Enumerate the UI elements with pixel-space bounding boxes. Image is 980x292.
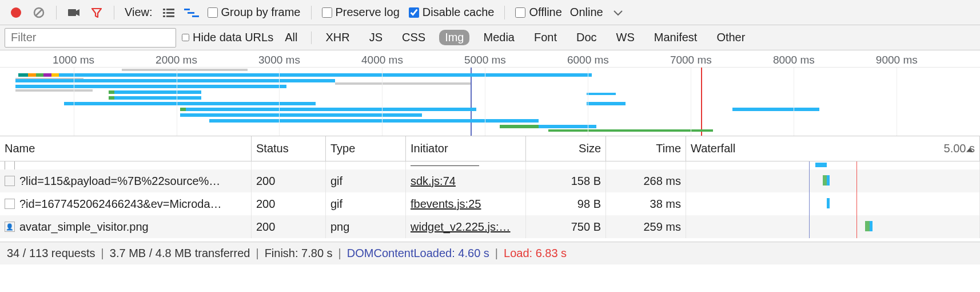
- filter-media[interactable]: Media: [477, 30, 520, 45]
- filter-img[interactable]: Img: [439, 30, 469, 45]
- separator: [56, 6, 57, 19]
- hide-data-urls-input[interactable]: [182, 34, 189, 41]
- record-button[interactable]: [8, 5, 24, 21]
- request-name: ?id=1677452062466243&ev=Microda…: [19, 198, 222, 211]
- svg-point-0: [11, 7, 21, 18]
- filter-toolbar: Hide data URLs All XHR JS CSS Img Media …: [0, 25, 980, 50]
- request-initiator[interactable]: fbevents.js:25: [411, 198, 481, 211]
- col-initiator[interactable]: Initiator: [406, 136, 526, 161]
- filter-other[interactable]: Other: [711, 30, 751, 45]
- filter-input[interactable]: [5, 28, 176, 48]
- filter-xhr[interactable]: XHR: [320, 30, 355, 45]
- request-type: gif: [326, 192, 406, 215]
- request-initiator[interactable]: sdk.js:74: [411, 175, 456, 188]
- col-name[interactable]: Name: [0, 136, 252, 161]
- table-row[interactable]: ?id=1677452062466243&ev=Microda… 200 gif…: [0, 192, 980, 215]
- svg-rect-8: [163, 15, 165, 17]
- col-status[interactable]: Status: [252, 136, 326, 161]
- overview-ticks: 1000 ms2000 ms3000 ms4000 ms5000 ms6000 …: [0, 50, 980, 68]
- overview-tick-label: 4000 ms: [361, 54, 403, 66]
- status-load: Load: 6.83 s: [504, 247, 567, 260]
- offline-input[interactable]: [515, 7, 525, 18]
- status-transferred: 3.7 MB / 4.8 MB transferred: [110, 247, 250, 260]
- network-table-header: Name Status Type Initiator Size Time Wat…: [0, 136, 980, 161]
- col-waterfall-label: Waterfall: [691, 142, 735, 155]
- request-status: 200: [252, 215, 326, 238]
- preserve-log-label: Preserve log: [336, 6, 400, 19]
- large-rows-icon[interactable]: [161, 5, 177, 21]
- file-icon: [5, 161, 15, 169]
- request-initiator[interactable]: widget_v2.225.js:…: [411, 220, 511, 234]
- overview-timeline[interactable]: 1000 ms2000 ms3000 ms4000 ms5000 ms6000 …: [0, 50, 980, 136]
- filter-css[interactable]: CSS: [396, 30, 431, 45]
- col-size[interactable]: Size: [526, 136, 606, 161]
- filter-toggle-icon[interactable]: [89, 5, 105, 21]
- overview-tick-label: 8000 ms: [773, 54, 815, 66]
- col-time[interactable]: Time: [606, 136, 686, 161]
- request-size: 750 B: [526, 215, 606, 238]
- throttling-select[interactable]: Online: [570, 6, 603, 19]
- svg-rect-3: [68, 9, 76, 16]
- table-row[interactable]: [0, 161, 980, 169]
- sort-indicator-icon: [966, 142, 974, 155]
- col-waterfall[interactable]: Waterfall 5.00 s: [686, 136, 980, 161]
- col-type[interactable]: Type: [326, 136, 406, 161]
- table-row[interactable]: ?lid=115&payload=%7B%22source%… 200 gif …: [0, 169, 980, 192]
- hide-data-urls-checkbox[interactable]: Hide data URLs: [182, 31, 273, 44]
- request-size: 158 B: [526, 169, 606, 192]
- avatar-icon: 👤: [5, 222, 15, 232]
- overview-tick-label: 5000 ms: [464, 54, 506, 66]
- filter-font[interactable]: Font: [528, 30, 563, 45]
- svg-rect-4: [163, 9, 165, 10]
- request-type: png: [326, 215, 406, 238]
- filter-manifest[interactable]: Manifest: [648, 30, 703, 45]
- network-table-body[interactable]: ?lid=115&payload=%7B%22source%… 200 gif …: [0, 161, 980, 242]
- separator: [504, 6, 505, 19]
- hide-data-urls-label: Hide data URLs: [193, 31, 273, 44]
- request-waterfall: [686, 169, 980, 192]
- group-by-frame-label: Group by frame: [221, 6, 301, 19]
- status-bar: 34 / 113 requests | 3.7 MB / 4.8 MB tran…: [0, 242, 980, 265]
- status-requests: 34 / 113 requests: [7, 247, 95, 260]
- group-by-frame-checkbox[interactable]: Group by frame: [208, 6, 301, 19]
- network-toolbar: View: Group by frame Preserve log Disabl…: [0, 0, 980, 25]
- filter-doc[interactable]: Doc: [571, 30, 603, 45]
- filter-js[interactable]: JS: [364, 30, 388, 45]
- throttling-caret-icon[interactable]: [614, 6, 623, 19]
- request-time: 268 ms: [606, 169, 686, 192]
- request-time: 259 ms: [606, 215, 686, 238]
- file-icon: [5, 199, 15, 209]
- svg-rect-7: [166, 12, 174, 14]
- request-waterfall: [686, 215, 980, 238]
- request-name: avatar_simple_visitor.png: [19, 220, 149, 234]
- request-status: 200: [252, 169, 326, 192]
- offline-checkbox[interactable]: Offline: [515, 6, 561, 19]
- svg-rect-5: [166, 9, 174, 10]
- clear-button[interactable]: [31, 5, 47, 21]
- overview-tick-label: 7000 ms: [670, 54, 712, 66]
- filter-all[interactable]: All: [279, 30, 303, 45]
- preserve-log-checkbox[interactable]: Preserve log: [322, 6, 400, 19]
- svg-rect-12: [192, 15, 199, 17]
- capture-screenshot-icon[interactable]: [66, 5, 82, 21]
- status-domcontentloaded: DOMContentLoaded: 4.60 s: [347, 247, 489, 260]
- overview-tick-label: 9000 ms: [876, 54, 918, 66]
- svg-rect-10: [184, 9, 190, 10]
- disable-cache-checkbox[interactable]: Disable cache: [409, 6, 495, 19]
- svg-rect-11: [188, 12, 194, 14]
- overview-toggle-icon[interactable]: [184, 5, 200, 21]
- request-type: gif: [326, 169, 406, 192]
- filter-ws[interactable]: WS: [611, 30, 640, 45]
- separator: [114, 6, 114, 19]
- disable-cache-input[interactable]: [409, 7, 419, 18]
- separator: [311, 31, 312, 44]
- disable-cache-label: Disable cache: [423, 6, 495, 19]
- svg-line-2: [35, 9, 42, 16]
- request-waterfall: [686, 192, 980, 215]
- group-by-frame-input[interactable]: [208, 7, 218, 18]
- overview-tick-label: 6000 ms: [567, 54, 609, 66]
- table-row[interactable]: 👤 avatar_simple_visitor.png 200 png widg…: [0, 215, 980, 238]
- preserve-log-input[interactable]: [322, 7, 332, 18]
- file-icon: [5, 176, 15, 186]
- offline-label: Offline: [529, 6, 561, 19]
